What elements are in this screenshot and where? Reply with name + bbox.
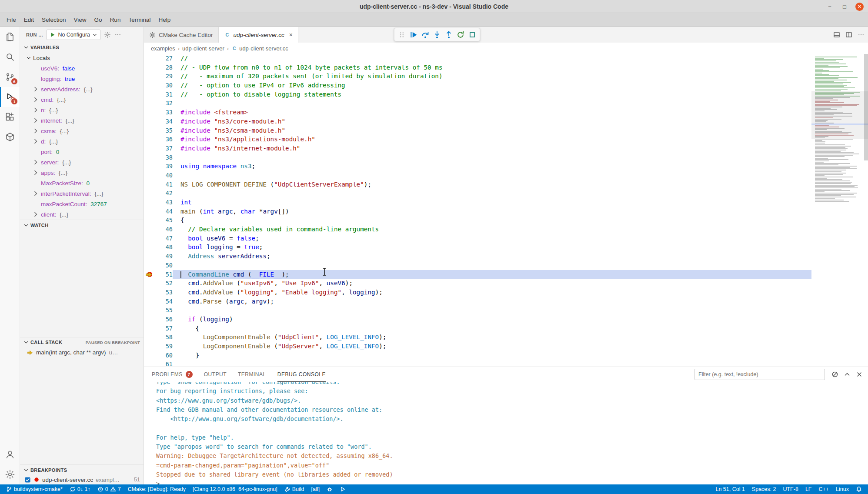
line-number[interactable]: 28	[156, 63, 173, 72]
breakpoint-margin[interactable]	[144, 117, 156, 126]
panel-tab-terminal[interactable]: TERMINAL	[238, 367, 266, 382]
code-line[interactable]: 41NS_LOG_COMPONENT_DEFINE ("UdpClientSer…	[144, 180, 811, 189]
chevron-right-icon[interactable]	[32, 190, 39, 197]
status-utf-8[interactable]: UTF-8	[779, 484, 801, 494]
variable-row[interactable]: maxPacketCount: 32767	[20, 199, 144, 209]
tab-udp-client-server-cc[interactable]: Cudp-client-server.cc×	[219, 27, 298, 43]
status-build[interactable]: Build	[281, 484, 308, 494]
step-out-icon[interactable]	[445, 31, 453, 39]
line-number[interactable]: 37	[156, 144, 173, 153]
status-bug-icon[interactable]	[323, 484, 336, 494]
minimize-button[interactable]: −	[826, 3, 834, 10]
watch-section-header[interactable]: WATCH	[20, 220, 144, 230]
console-filter-input[interactable]	[694, 369, 825, 380]
code-line[interactable]: 56 if (logging)	[144, 315, 811, 324]
breakpoint-margin[interactable]	[144, 297, 156, 306]
breakpoint-margin[interactable]	[144, 72, 156, 81]
step-into-icon[interactable]	[433, 31, 441, 39]
maximize-button[interactable]: □	[841, 3, 848, 10]
chevron-right-icon[interactable]	[32, 117, 39, 124]
stack-frame-row[interactable]: main(int argc, char ** argv)u…	[20, 347, 144, 358]
status-buildsystem-cmake[interactable]: buildsystem-cmake*	[3, 484, 66, 494]
breakpoint-margin[interactable]	[144, 252, 156, 261]
menu-go[interactable]: Go	[90, 13, 106, 27]
panel-tab-output[interactable]: OUTPUT	[204, 367, 227, 382]
status-0-1[interactable]: 0↓ 1↑	[66, 484, 94, 494]
line-number[interactable]: 40	[156, 171, 173, 180]
breadcrumb-item[interactable]: Cudp-client-server.cc	[231, 45, 288, 52]
variable-row[interactable]: internet: {...}	[20, 115, 144, 126]
line-number[interactable]: 53	[156, 288, 173, 297]
line-number[interactable]: 50	[156, 261, 173, 270]
line-number[interactable]: 34	[156, 117, 173, 126]
restart-icon[interactable]	[457, 31, 464, 39]
clear-console-icon[interactable]	[831, 371, 838, 378]
variable-row[interactable]: n: {...}	[20, 105, 144, 115]
breakpoint-row[interactable]: udp-client-server.ccexampl…51	[20, 475, 144, 484]
line-number[interactable]: 35	[156, 126, 173, 135]
variable-row[interactable]: useV6: false	[20, 63, 144, 73]
breakpoint-margin[interactable]	[144, 81, 156, 90]
line-number[interactable]: 29	[156, 72, 173, 81]
call-stack-section-header[interactable]: CALL STACK PAUSED ON BREAKPOINT	[20, 337, 144, 347]
code-line[interactable]: 61	[144, 360, 811, 367]
status-spaces-2[interactable]: Spaces: 2	[748, 484, 780, 494]
breakpoint-margin[interactable]	[144, 144, 156, 153]
activity-source-control-icon[interactable]: 6	[0, 67, 20, 87]
code-line[interactable]: 54 cmd.Parse (argc, argv);	[144, 297, 811, 306]
breakpoint-margin[interactable]	[144, 63, 156, 72]
line-number[interactable]: 57	[156, 324, 173, 333]
breakpoint-margin[interactable]	[144, 126, 156, 135]
code-line[interactable]: 33#include <fstream>	[144, 108, 811, 117]
menu-selection[interactable]: Selection	[38, 13, 70, 27]
activity-account-icon[interactable]	[0, 444, 20, 464]
code-line[interactable]: 46 // Declare variables used in command-…	[144, 225, 811, 234]
variable-row[interactable]: MaxPacketSize: 0	[20, 178, 144, 188]
code-line[interactable]: 49 Address serverAddress;	[144, 252, 811, 261]
breakpoint-margin[interactable]	[144, 306, 156, 315]
code-line[interactable]: 35#include "ns3/csma-module.h"	[144, 126, 811, 135]
breakpoint-margin[interactable]	[144, 207, 156, 216]
menu-terminal[interactable]: Terminal	[124, 13, 154, 27]
line-number[interactable]: 54	[156, 297, 173, 306]
status-play-icon[interactable]	[336, 484, 349, 494]
line-number[interactable]: 42	[156, 189, 173, 198]
code-line[interactable]: 50	[144, 261, 811, 270]
console-prompt[interactable]: >	[156, 479, 868, 484]
status-lf[interactable]: LF	[802, 484, 815, 494]
breakpoint-margin[interactable]	[144, 171, 156, 180]
more-actions-icon[interactable]	[114, 31, 121, 38]
line-number[interactable]: 60	[156, 351, 173, 360]
editor-scrollbar[interactable]	[864, 54, 868, 160]
variable-row[interactable]: d: {...}	[20, 136, 144, 147]
minimap[interactable]	[811, 54, 868, 367]
variable-row[interactable]: client: {...}	[20, 209, 144, 220]
code-line[interactable]: 48 bool logging = true;	[144, 243, 811, 252]
variable-row[interactable]: logging: true	[20, 73, 144, 84]
menu-help[interactable]: Help	[154, 13, 174, 27]
line-number[interactable]: 55	[156, 306, 173, 315]
code-line[interactable]: 52 cmd.AddValue ("useIpv6", "Use Ipv6", …	[144, 279, 811, 288]
variable-row[interactable]: csma: {...}	[20, 126, 144, 136]
activity-settings-gear-icon[interactable]	[0, 464, 20, 484]
line-number[interactable]: 47	[156, 234, 173, 243]
status-c[interactable]: C++	[815, 484, 832, 494]
breakpoint-margin[interactable]	[144, 342, 156, 351]
chevron-down-icon[interactable]	[26, 55, 31, 60]
breakpoints-section-header[interactable]: BREAKPOINTS	[20, 464, 144, 475]
activity-search-icon[interactable]	[0, 47, 20, 67]
breakpoint-margin[interactable]	[144, 225, 156, 234]
variable-row[interactable]: serverAddress: {...}	[20, 84, 144, 94]
variable-row[interactable]: interPacketInterval: {...}	[20, 188, 144, 199]
breakpoint-margin[interactable]	[144, 153, 156, 162]
breakpoint-margin[interactable]	[144, 216, 156, 225]
status-0[interactable]: 07	[94, 484, 124, 494]
debug-config-dropdown[interactable]: No Configura	[47, 30, 100, 40]
breakpoint-margin[interactable]	[144, 288, 156, 297]
code-line[interactable]: 43int	[144, 198, 811, 207]
line-number[interactable]: 30	[156, 81, 173, 90]
breadcrumb-item[interactable]: examples	[151, 45, 175, 52]
code-line[interactable]: 37#include "ns3/internet-module.h"	[144, 144, 811, 153]
panel-tab-problems[interactable]: PROBLEMS7	[152, 367, 193, 382]
line-number[interactable]: 48	[156, 243, 173, 252]
